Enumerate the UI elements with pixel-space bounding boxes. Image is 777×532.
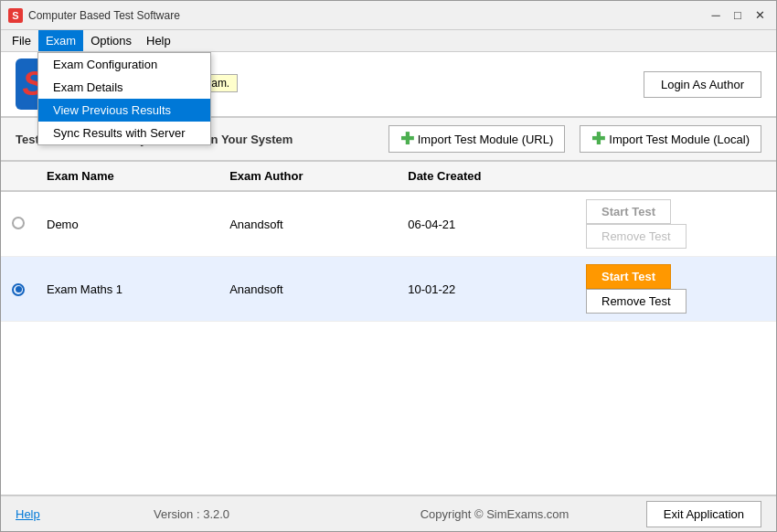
exam-table-body: Demo Anandsoft 06-04-21 Start Test Remov… (1, 191, 776, 322)
footer: Help Version : 3.2.0 Copyright © SimExam… (1, 495, 776, 531)
app-icon: S (8, 8, 23, 23)
menu-options[interactable]: Options (83, 30, 139, 51)
actions-maths1: Start Test Remove Test (575, 257, 776, 322)
version-text: Version : 3.2.0 (40, 507, 344, 521)
col-exam-author: Exam Author (218, 162, 397, 192)
dropdown-view-previous[interactable]: View Previous Results (38, 99, 210, 122)
import-local-label: Import Test Module (Local) (609, 133, 750, 146)
radio-maths1[interactable] (12, 283, 25, 296)
start-test-maths1[interactable]: Start Test (586, 264, 671, 289)
menu-help[interactable]: Help (139, 30, 178, 51)
exit-application-button[interactable]: Exit Application (646, 501, 761, 527)
dropdown-sync-results[interactable]: Sync Results with Server (38, 122, 210, 144)
menu-file[interactable]: File (5, 30, 38, 51)
plus-icon-local: ✚ (591, 131, 605, 147)
menu-bar: File Exam Options Help Exam Configuratio… (1, 30, 776, 52)
title-bar: S Computer Based Test Software ─ □ ✕ (1, 1, 776, 30)
remove-test-demo[interactable]: Remove Test (586, 224, 687, 249)
plus-icon-url: ✚ (400, 131, 414, 147)
import-local-button[interactable]: ✚ Import Test Module (Local) (580, 125, 761, 153)
remove-test-maths1[interactable]: Remove Test (586, 289, 687, 314)
dropdown-exam-details[interactable]: Exam Details (38, 76, 210, 99)
menu-exam[interactable]: Exam (38, 30, 83, 51)
exam-author-demo: Anandsoft (218, 191, 397, 257)
col-actions (575, 162, 776, 192)
exam-table: Exam Name Exam Author Date Created Demo … (1, 161, 776, 322)
exam-author-maths1: Anandsoft (218, 257, 397, 322)
table-row: Demo Anandsoft 06-04-21 Start Test Remov… (1, 191, 776, 257)
copyright-text: Copyright © SimExams.com (343, 507, 646, 521)
exam-name-maths1: Exam Maths 1 (36, 257, 218, 322)
date-demo: 06-04-21 (397, 191, 575, 257)
col-radio (1, 162, 36, 192)
date-maths1: 10-01-22 (397, 257, 575, 322)
minimize-button[interactable]: ─ (707, 6, 725, 25)
radio-cell-demo[interactable] (1, 191, 36, 257)
window-controls: ─ □ ✕ (707, 6, 769, 25)
col-date-created: Date Created (397, 162, 575, 192)
import-url-button[interactable]: ✚ Import Test Module (URL) (388, 125, 566, 153)
radio-demo[interactable] (12, 217, 25, 229)
import-url-label: Import Test Module (URL) (418, 133, 554, 146)
dropdown-exam-config[interactable]: Exam Configuration (38, 53, 210, 76)
start-test-demo[interactable]: Start Test (586, 199, 671, 224)
table-header: Exam Name Exam Author Date Created (1, 162, 776, 192)
table-row: Exam Maths 1 Anandsoft 10-01-22 Start Te… (1, 257, 776, 322)
help-link[interactable]: Help (16, 507, 40, 521)
exam-name-demo: Demo (36, 191, 218, 257)
exam-dropdown: Exam Configuration Exam Details View Pre… (37, 52, 211, 145)
close-button[interactable]: ✕ (750, 6, 769, 25)
login-as-author-button[interactable]: Login As Author (644, 71, 761, 98)
window-title: Computer Based Test Software (28, 9, 707, 22)
actions-demo: Start Test Remove Test (575, 191, 776, 257)
radio-cell-maths1[interactable] (1, 257, 36, 322)
col-exam-name: Exam Name (36, 162, 218, 192)
maximize-button[interactable]: □ (729, 6, 747, 25)
